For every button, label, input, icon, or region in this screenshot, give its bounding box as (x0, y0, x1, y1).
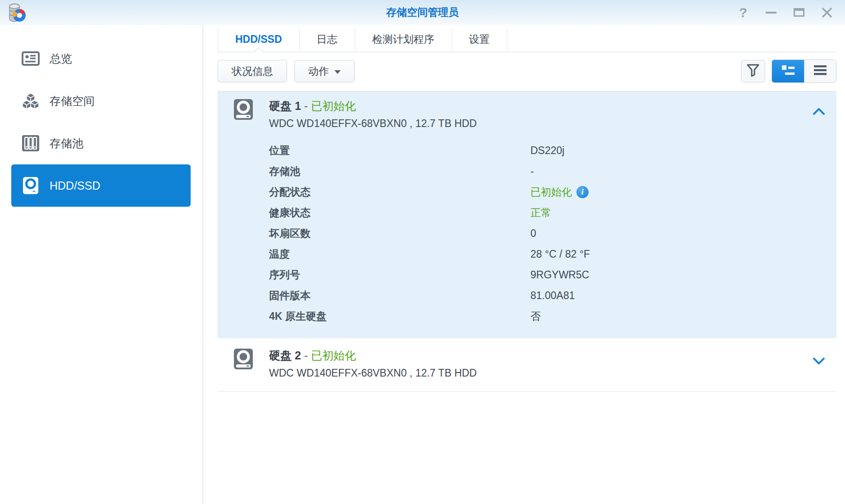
chevron-up-icon[interactable] (811, 107, 827, 118)
disk-status-badge: 已初始化 (311, 100, 356, 112)
detail-value: 否 (530, 309, 836, 323)
disk-name-separator: - (304, 100, 311, 112)
disk-detail-row: 分配状态 已初始化i (269, 182, 836, 202)
tab-label: 设置 (469, 32, 490, 46)
storage-pool-icon (22, 134, 40, 152)
disk-model: WDC WD140EFFX-68VBXN0 , 12.7 TB HDD (269, 367, 809, 379)
disk-card-1: 硬盘 1 - 已初始化 WDC WD140EFFX-68VBXN0 , 12.7… (218, 91, 836, 338)
hdd-disk-icon (233, 99, 253, 122)
detail-value: 28 °C / 82 °F (530, 248, 836, 260)
overview-icon (22, 50, 40, 68)
disk-status-badge: 已初始化 (311, 349, 356, 362)
detail-label: 健康状态 (269, 206, 530, 220)
disk-name: 硬盘 1 (269, 100, 301, 112)
status-info-button-label: 状况信息 (232, 64, 273, 78)
action-button-label: 动作 (308, 64, 329, 78)
disk-detail-row: 健康状态 正常 (269, 202, 836, 223)
disk-model: WDC WD140EFFX-68VBXN0 , 12.7 TB HDD (269, 118, 809, 130)
detail-value: 已初始化i (530, 185, 836, 199)
detail-value: DS220j (530, 145, 836, 157)
disk-name: 硬盘 2 (269, 349, 301, 362)
detail-label: 温度 (269, 247, 530, 261)
status-info-button[interactable]: 状况信息 (218, 60, 287, 82)
filter-icon (746, 64, 760, 79)
sidebar-item-label: 存储池 (50, 136, 83, 151)
minimize-icon[interactable] (765, 6, 777, 19)
maximize-icon[interactable] (793, 6, 805, 19)
sidebar: 总览 存储空间 存储池 H (0, 25, 203, 504)
detail-value: - (530, 165, 836, 177)
hdd-icon (22, 177, 40, 195)
disk-header[interactable]: 硬盘 2 - 已初始化 WDC WD140EFFX-68VBXN0 , 12.7… (218, 341, 836, 384)
list-view-icon (781, 64, 796, 78)
disk-detail-row: 位置 DS220j (269, 140, 836, 161)
sidebar-item-label: 总览 (50, 51, 72, 66)
close-icon[interactable] (821, 6, 833, 19)
disk-detail-row: 坏扇区数 0 (269, 223, 836, 244)
tab-test-schedule[interactable]: 检测计划程序 (355, 27, 452, 52)
detail-value: 正常 (530, 206, 836, 220)
detail-label: 序列号 (269, 268, 530, 282)
window-controls: ? (737, 0, 833, 25)
storage-space-icon (22, 92, 40, 110)
disk-detail-row: 存储池 - (269, 161, 836, 182)
detail-value: 81.00A81 (530, 290, 836, 302)
toolbar: 状况信息 动作 (218, 52, 836, 91)
disk-detail-row: 温度 28 °C / 82 °F (269, 244, 836, 264)
detail-label: 固件版本 (269, 289, 530, 303)
disk-detail-row: 4K 原生硬盘 否 (269, 306, 836, 327)
caret-down-icon (334, 70, 341, 74)
tab-settings[interactable]: 设置 (452, 27, 507, 52)
sidebar-item-hdd-ssd[interactable]: HDD/SSD (11, 164, 191, 207)
sidebar-item-label: HDD/SSD (50, 179, 100, 192)
disk-detail-row: 固件版本 81.00A81 (269, 285, 836, 306)
hdd-disk-icon (233, 348, 253, 372)
chevron-down-icon[interactable] (811, 356, 827, 368)
tab-log[interactable]: 日志 (299, 27, 355, 52)
sidebar-item-overview[interactable]: 总览 (11, 37, 191, 80)
compact-view-icon (813, 64, 827, 78)
filter-button[interactable] (741, 60, 765, 82)
sidebar-item-storage-space[interactable]: 存储空间 (11, 80, 191, 122)
tab-label: HDD/SSD (235, 33, 282, 45)
action-dropdown-button[interactable]: 动作 (294, 60, 355, 82)
disk-name-separator: - (304, 349, 311, 362)
disk-detail-row: 序列号 9RGYWR5C (269, 264, 836, 285)
toolbar-right-group (741, 59, 836, 83)
storage-manager-app-icon (6, 2, 27, 23)
detail-label: 4K 原生硬盘 (269, 309, 530, 323)
help-icon[interactable]: ? (737, 6, 749, 19)
compact-view-button[interactable] (804, 60, 836, 82)
detail-label: 分配状态 (269, 185, 530, 199)
list-view-button[interactable] (772, 60, 804, 82)
detail-label: 位置 (269, 144, 530, 158)
sidebar-item-storage-pool[interactable]: 存储池 (11, 122, 191, 164)
sidebar-item-label: 存储空间 (50, 94, 95, 109)
disk-list: 硬盘 1 - 已初始化 WDC WD140EFFX-68VBXN0 , 12.7… (218, 91, 836, 392)
detail-label: 存储池 (269, 164, 530, 178)
detail-value: 9RGYWR5C (530, 269, 836, 281)
view-switcher (772, 59, 836, 83)
content-area: HDD/SSD 日志 检测计划程序 设置 状况信息 动作 (203, 25, 845, 504)
tab-hdd-ssd[interactable]: HDD/SSD (218, 27, 299, 52)
detail-value: 0 (530, 227, 836, 240)
tab-label: 检测计划程序 (372, 32, 434, 46)
detail-label: 坏扇区数 (269, 227, 530, 241)
info-icon[interactable]: i (576, 186, 589, 198)
tab-bar: HDD/SSD 日志 检测计划程序 设置 (218, 27, 836, 52)
page-title: 存储空间管理员 (0, 5, 845, 19)
disk-details: 位置 DS220j 存储池 - 分配状态 已初始化i 健康状态 正常 坏扇区数 … (218, 135, 836, 327)
disk-card-2: 硬盘 2 - 已初始化 WDC WD140EFFX-68VBXN0 , 12.7… (218, 341, 836, 392)
titlebar: 存储空间管理员 ? (0, 0, 845, 25)
disk-header[interactable]: 硬盘 1 - 已初始化 WDC WD140EFFX-68VBXN0 , 12.7… (218, 91, 836, 135)
tab-label: 日志 (317, 32, 338, 46)
